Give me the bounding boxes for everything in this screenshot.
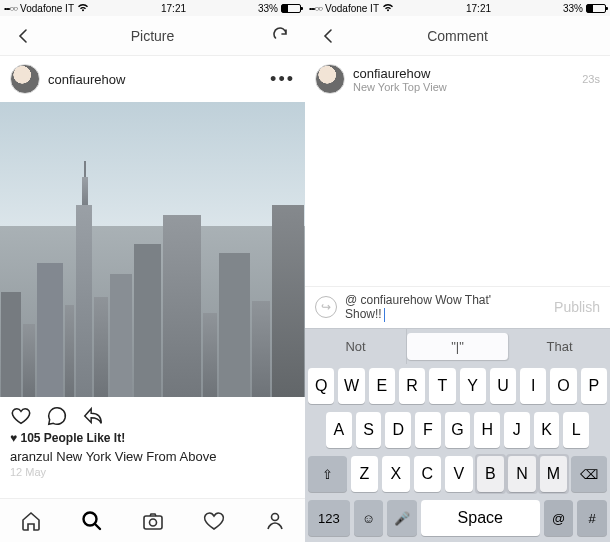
key-w[interactable]: W	[338, 368, 364, 404]
nav-bar: Comment	[305, 16, 610, 56]
username[interactable]: confiaurehow	[48, 72, 125, 87]
space-key[interactable]: Space	[421, 500, 540, 536]
refresh-button[interactable]	[269, 24, 293, 48]
timestamp: 23s	[582, 73, 600, 85]
kb-row-1: Q W E R T Y U I O P	[308, 368, 607, 404]
suggestion-left[interactable]: Not	[305, 329, 407, 364]
comment-list	[305, 102, 610, 286]
tab-bar	[0, 498, 305, 542]
post-header: confiaurehow •••	[0, 56, 305, 102]
post-image[interactable]	[0, 102, 305, 397]
key-a[interactable]: A	[326, 412, 352, 448]
key-p[interactable]: P	[581, 368, 607, 404]
key-l[interactable]: L	[563, 412, 589, 448]
username[interactable]: confiaurehow	[353, 66, 447, 81]
hash-key[interactable]: #	[577, 500, 607, 536]
comment-header: confiaurehow New York Top View 23s	[305, 56, 610, 102]
back-button[interactable]	[12, 24, 36, 48]
carrier-label: Vodafone IT	[325, 3, 379, 14]
publish-button[interactable]: Publish	[554, 299, 600, 315]
key-d[interactable]: D	[385, 412, 411, 448]
status-bar: •••○○ Vodafone IT 17:21 33%	[0, 0, 305, 16]
key-v[interactable]: V	[445, 456, 473, 492]
key-e[interactable]: E	[369, 368, 395, 404]
nav-bar: Picture	[0, 16, 305, 56]
clock: 17:21	[466, 3, 491, 14]
profile-tab-icon[interactable]	[263, 509, 287, 533]
likes-count[interactable]: ♥ 105 People Like It!	[0, 431, 305, 445]
suggestion-right[interactable]: That	[509, 329, 610, 364]
svg-point-3	[271, 513, 278, 520]
keyboard: Q W E R T Y U I O P A S D F G H J K L ⇧ …	[305, 364, 610, 542]
post-caption-small: New York Top View	[353, 81, 447, 93]
more-button[interactable]: •••	[270, 69, 295, 90]
avatar[interactable]	[315, 64, 345, 94]
share-icon[interactable]	[82, 405, 104, 427]
emoji-key[interactable]: ☺	[354, 500, 384, 536]
chevron-left-icon	[15, 27, 33, 45]
key-g[interactable]: G	[445, 412, 471, 448]
battery-percent: 33%	[258, 3, 278, 14]
reply-icon[interactable]: ↪	[315, 296, 337, 318]
carrier-label: Vodafone IT	[20, 3, 74, 14]
key-i[interactable]: I	[520, 368, 546, 404]
refresh-icon	[272, 27, 290, 45]
key-c[interactable]: C	[414, 456, 442, 492]
key-j[interactable]: J	[504, 412, 530, 448]
key-x[interactable]: X	[382, 456, 410, 492]
key-r[interactable]: R	[399, 368, 425, 404]
key-s[interactable]: S	[356, 412, 382, 448]
wifi-icon	[382, 4, 394, 12]
avatar[interactable]	[10, 64, 40, 94]
picture-screen: •••○○ Vodafone IT 17:21 33% Picture conf…	[0, 0, 305, 542]
post-date: 12 May	[0, 466, 305, 484]
shift-key[interactable]: ⇧	[308, 456, 347, 492]
key-f[interactable]: F	[415, 412, 441, 448]
svg-rect-1	[144, 516, 162, 529]
backspace-key[interactable]: ⌫	[571, 456, 607, 492]
activity-tab-icon[interactable]	[202, 509, 226, 533]
battery-icon	[281, 4, 301, 13]
key-n[interactable]: N	[508, 456, 536, 492]
action-row	[0, 397, 305, 431]
mic-key[interactable]: 🎤	[387, 500, 417, 536]
post-caption: aranzul New York View From Above	[0, 445, 305, 466]
home-tab-icon[interactable]	[19, 509, 43, 533]
camera-tab-icon[interactable]	[141, 509, 165, 533]
autocorrect-bar: Not "|" That	[305, 328, 610, 364]
text-cursor	[384, 308, 386, 322]
key-z[interactable]: Z	[351, 456, 379, 492]
clock: 17:21	[161, 3, 186, 14]
svg-point-2	[149, 519, 156, 526]
key-h[interactable]: H	[474, 412, 500, 448]
comment-input[interactable]: @ confiaurehow Wow That' Show!!	[345, 293, 546, 322]
battery-icon	[586, 4, 606, 13]
key-b[interactable]: B	[477, 456, 505, 492]
key-o[interactable]: O	[550, 368, 576, 404]
wifi-icon	[77, 4, 89, 12]
kb-row-2: A S D F G H J K L	[308, 412, 607, 448]
key-y[interactable]: Y	[460, 368, 486, 404]
key-m[interactable]: M	[540, 456, 568, 492]
key-k[interactable]: K	[534, 412, 560, 448]
signal-dots: •••○○	[309, 4, 322, 13]
kb-row-3: ⇧ Z X C V B N M ⌫	[308, 456, 607, 492]
comment-icon[interactable]	[46, 405, 68, 427]
nav-title: Comment	[341, 28, 574, 44]
status-bar: •••○○ Vodafone IT 17:21 33%	[305, 0, 610, 16]
search-tab-icon[interactable]	[80, 509, 104, 533]
kb-row-4: 123 ☺ 🎤 Space @ #	[308, 500, 607, 536]
signal-dots: •••○○	[4, 4, 17, 13]
back-button[interactable]	[317, 24, 341, 48]
key-t[interactable]: T	[429, 368, 455, 404]
suggestion-mid[interactable]: "|"	[407, 333, 509, 360]
battery-percent: 33%	[563, 3, 583, 14]
at-key[interactable]: @	[544, 500, 574, 536]
key-q[interactable]: Q	[308, 368, 334, 404]
numbers-key[interactable]: 123	[308, 500, 350, 536]
comment-input-row: ↪ @ confiaurehow Wow That' Show!! Publis…	[305, 286, 610, 328]
nav-title: Picture	[36, 28, 269, 44]
key-u[interactable]: U	[490, 368, 516, 404]
comment-screen: •••○○ Vodafone IT 17:21 33% Comment conf…	[305, 0, 610, 542]
heart-icon[interactable]	[10, 405, 32, 427]
